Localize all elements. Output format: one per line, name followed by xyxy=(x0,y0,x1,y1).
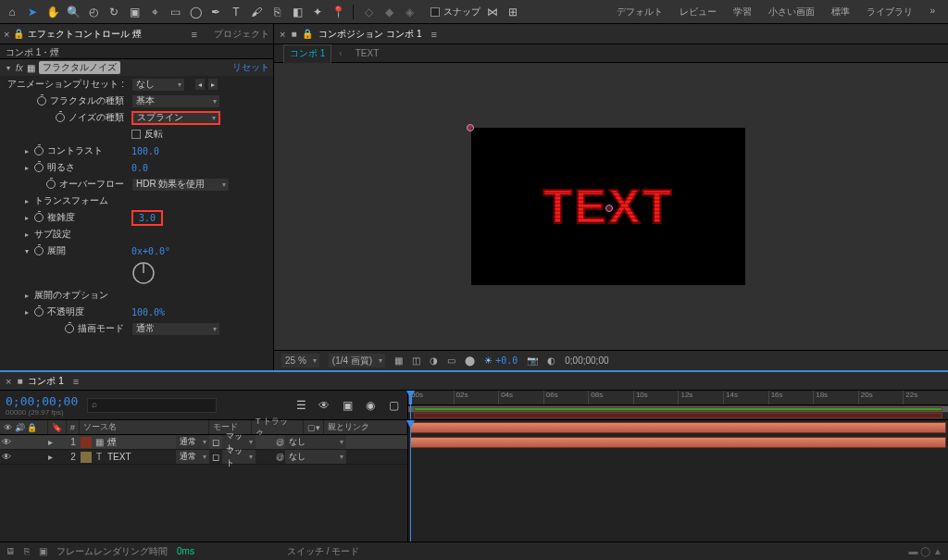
twirl-right-icon[interactable]: ▸ xyxy=(22,230,31,239)
stopwatch-icon[interactable] xyxy=(34,246,44,255)
layer-color-chip[interactable] xyxy=(81,452,92,463)
anchor-point-icon[interactable] xyxy=(605,205,613,212)
layer-visibility-icon[interactable]: 👁 xyxy=(0,452,13,462)
guides-icon[interactable]: ◫ xyxy=(412,355,420,366)
fx-visibility-icon[interactable]: ▦ xyxy=(27,63,35,73)
playhead-line[interactable] xyxy=(410,420,411,541)
evolution-dial-icon[interactable] xyxy=(131,261,156,285)
preset-dropdown[interactable]: なし xyxy=(131,78,185,92)
preset-prev-icon[interactable]: ◂ xyxy=(194,78,206,91)
tl-shy-icon[interactable]: 👁 xyxy=(316,397,332,414)
viewer-time[interactable]: 0;00;00;00 xyxy=(565,355,608,366)
orbit-tool-icon[interactable]: ◴ xyxy=(85,4,102,20)
ruler-tick[interactable]: 08s xyxy=(588,391,633,404)
tl-graph-icon[interactable]: ▢ xyxy=(385,397,402,414)
puppet-tool-icon[interactable]: 📍 xyxy=(330,4,346,20)
twirl-right-icon[interactable]: ▸ xyxy=(22,308,31,317)
playhead[interactable] xyxy=(410,391,411,419)
stopwatch-icon[interactable] xyxy=(34,146,44,156)
hand-tool-icon[interactable]: ✋ xyxy=(44,4,61,20)
stopwatch-icon[interactable] xyxy=(34,163,44,172)
snapshot-icon[interactable]: 📷 xyxy=(527,355,538,366)
layer-name[interactable]: 煙 xyxy=(106,436,176,449)
overflow-dropdown[interactable]: HDR 効果を使用 xyxy=(131,178,230,192)
camera-tool-icon[interactable]: ▣ xyxy=(126,4,143,20)
twirl-right-icon[interactable]: ▸ xyxy=(48,437,67,447)
snap-label[interactable]: スナップ xyxy=(443,6,480,19)
timeline-lock-icon[interactable]: ■ xyxy=(17,376,22,386)
zoom-tool-icon[interactable]: 🔍 xyxy=(65,4,81,20)
panel-menu-icon[interactable]: ≡ xyxy=(192,29,197,40)
snap-opt1-icon[interactable]: ⋈ xyxy=(484,4,501,20)
timeline-track-area[interactable] xyxy=(407,420,948,541)
twirl-right-icon[interactable]: ▸ xyxy=(22,164,31,172)
layer-name[interactable]: TEXT xyxy=(106,452,176,462)
col-track-opt-icon[interactable]: ▢▾ xyxy=(307,423,320,432)
track-matte-icon[interactable]: ◻ xyxy=(209,437,222,447)
comp-lock-icon[interactable]: ■ xyxy=(291,29,296,39)
selection-tool-icon[interactable]: ➤ xyxy=(24,4,41,20)
tl-mb-icon[interactable]: ◉ xyxy=(362,397,379,414)
zoom-dropdown[interactable]: 25 % xyxy=(281,354,319,367)
tab-composition[interactable]: コンポジション コンポ 1 xyxy=(318,28,421,41)
lock-icon[interactable]: 🔒 xyxy=(13,29,24,39)
effect-name[interactable]: フラクタルノイズ xyxy=(39,61,120,74)
track-matte-dropdown[interactable]: マット xyxy=(222,450,256,464)
stopwatch-icon[interactable] xyxy=(34,307,44,317)
tl-foot-toggle1-icon[interactable]: 🖥 xyxy=(6,546,15,556)
layer-mode-dropdown[interactable]: 通常 xyxy=(176,435,209,449)
ruler-tick[interactable]: 20s xyxy=(858,391,904,404)
col-lock-icon[interactable]: 🔒 xyxy=(27,423,37,432)
ruler-tick[interactable]: 04s xyxy=(498,391,543,404)
prop-invert-label[interactable]: 反転 xyxy=(144,128,163,141)
time-ruler[interactable]: 00s02s04s06s08s10s12s14s16s18s20s22s xyxy=(408,391,948,405)
tl-comp-icon[interactable]: ☰ xyxy=(293,397,309,414)
ruler-tick[interactable]: 02s xyxy=(454,391,499,404)
twirl-right-icon[interactable]: ▸ xyxy=(22,197,31,205)
parent-pickwhip-icon[interactable]: @ xyxy=(276,438,285,447)
eraser-tool-icon[interactable]: ◧ xyxy=(289,4,306,20)
tl-fx-icon[interactable]: ▣ xyxy=(339,397,356,414)
timeline-search[interactable]: ⌕ xyxy=(87,398,217,413)
tl-foot-toggle3-icon[interactable]: ▣ xyxy=(39,546,47,556)
noise-type-dropdown[interactable]: スプライン xyxy=(131,111,220,125)
ruler-tick[interactable]: 14s xyxy=(723,391,768,404)
ruler-tick[interactable]: 12s xyxy=(678,391,723,404)
channel-icon[interactable]: ⬤ xyxy=(465,355,475,366)
stopwatch-icon[interactable] xyxy=(56,113,65,122)
twirl-right-icon[interactable]: ▸ xyxy=(22,147,31,156)
text-tool-icon[interactable]: T xyxy=(228,4,244,20)
comp-lock2-icon[interactable]: 🔒 xyxy=(302,29,313,39)
track-matte-icon[interactable]: ◻ xyxy=(209,452,222,462)
col-eye-icon[interactable]: 👁 xyxy=(4,423,12,432)
layer-row[interactable]: 👁▸1▦煙通常◻マット@なし xyxy=(0,435,407,450)
layer-visibility-icon[interactable]: 👁 xyxy=(0,437,13,447)
pen-tool-icon[interactable]: ✒ xyxy=(207,4,224,20)
ruler-tick[interactable]: 10s xyxy=(633,391,679,404)
col-audio-icon[interactable]: 🔊 xyxy=(15,423,25,432)
switches-mode-toggle[interactable]: スイッチ / モード xyxy=(287,545,359,558)
snap-checkbox[interactable] xyxy=(430,7,440,17)
col-track[interactable]: T トラック... xyxy=(252,420,304,434)
show-snapshot-icon[interactable]: ◐ xyxy=(547,355,555,366)
exposure-reset-icon[interactable]: ☀ xyxy=(484,355,493,366)
workspace-small[interactable]: 小さい画面 xyxy=(768,6,815,19)
panel-close-icon[interactable]: × xyxy=(4,29,9,40)
comp-subtab-comp[interactable]: コンポ 1 xyxy=(283,44,331,63)
ruler-tick[interactable]: 22s xyxy=(903,391,948,404)
tab-project[interactable]: プロジェクト xyxy=(214,28,269,41)
workspace-learn[interactable]: 学習 xyxy=(733,6,752,19)
workspace-more-icon[interactable]: » xyxy=(929,6,935,19)
parent-dropdown[interactable]: なし xyxy=(285,435,346,449)
twirl-right-icon[interactable]: ▸ xyxy=(22,214,31,222)
fractal-type-dropdown[interactable]: 基本 xyxy=(131,94,220,108)
complexity-value[interactable]: 3.0 xyxy=(131,210,163,226)
blend-mode-dropdown[interactable]: 通常 xyxy=(131,322,220,336)
layer-row[interactable]: 👁▸2TTEXT通常◻マット@なし xyxy=(0,450,407,465)
layer-mode-dropdown[interactable]: 通常 xyxy=(176,450,209,464)
resolution-dropdown[interactable]: (1/4 画質) xyxy=(329,354,385,367)
timecode[interactable]: 0;00;00;00 xyxy=(6,394,78,408)
stopwatch-icon[interactable] xyxy=(34,213,44,222)
stopwatch-icon[interactable] xyxy=(46,180,56,189)
twirl-right-icon[interactable]: ▸ xyxy=(48,452,67,462)
